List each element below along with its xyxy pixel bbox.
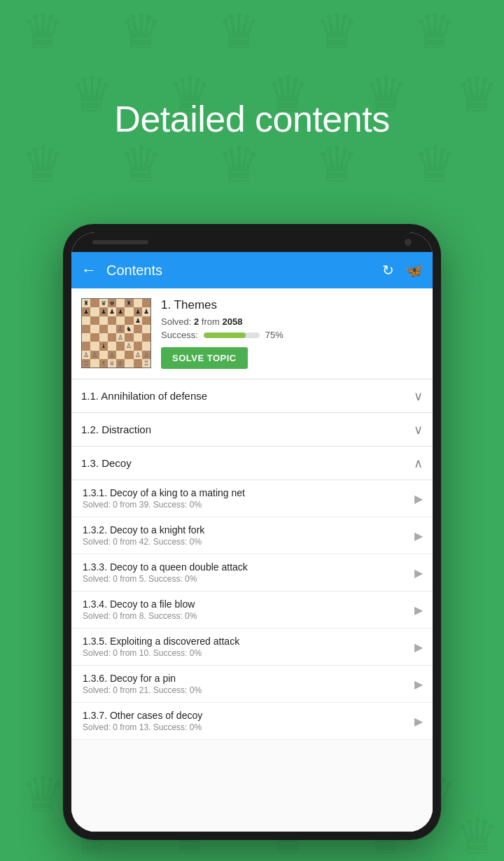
sub-item-content: 1.3.5. Exploiting a discovered attackSol… xyxy=(83,636,407,658)
crown-watermark: ♛ xyxy=(413,140,457,189)
list-item[interactable]: 1.3.5. Exploiting a discovered attackSol… xyxy=(71,629,433,666)
section-header-1.2[interactable]: 1.2. Distraction∨ xyxy=(71,413,433,447)
topic-info: 1. Themes Solved: 2 from 2058 Success: xyxy=(161,298,423,369)
crown-watermark: ♛ xyxy=(21,140,65,189)
list-item[interactable]: 1.3.4. Decoy to a file blowSolved: 0 fro… xyxy=(71,592,433,629)
content-area: ♜♛♚♜♟♟♟♟♟♟♟♙♞♙♝♙♙♙♙♙♙♖♗♕♔♖ 1. Themes Sol… xyxy=(71,288,433,832)
crown-watermark: ♛ xyxy=(413,7,457,56)
list-item[interactable]: 1.3.7. Other cases of decoySolved: 0 fro… xyxy=(71,703,433,740)
list-item[interactable]: 1.3.6. Decoy for a pinSolved: 0 from 21.… xyxy=(71,666,433,703)
sub-item-stats: Solved: 0 from 39. Success: 0% xyxy=(83,500,407,510)
list-item[interactable]: 1.3.2. Decoy to a knight forkSolved: 0 f… xyxy=(71,517,433,554)
sub-item-stats: Solved: 0 from 21. Success: 0% xyxy=(83,685,407,695)
sub-item-title: 1.3.2. Decoy to a knight fork xyxy=(83,524,407,536)
list-item[interactable]: 1.3.3. Decoy to a queen double attackSol… xyxy=(71,554,433,592)
crown-watermark: ♛ xyxy=(21,7,65,56)
play-arrow-icon: ▶ xyxy=(414,678,423,691)
phone-screen: ← Contents ↻ 🦋 ♜♛♚♜♟♟♟♟♟♟♟♙♞♙♝♙♙♙♙♙♙♖♗♕♔… xyxy=(71,232,433,832)
chevron-icon: ∧ xyxy=(414,456,423,471)
progress-bar xyxy=(204,332,260,338)
crown-watermark: ♛ xyxy=(119,140,163,189)
refresh-icon[interactable]: ↻ xyxy=(382,262,394,279)
sub-item-stats: Solved: 0 from 8. Success: 0% xyxy=(83,611,407,621)
sub-item-stats: Solved: 0 from 42. Success: 0% xyxy=(83,537,407,547)
sub-item-stats: Solved: 0 from 10. Success: 0% xyxy=(83,648,407,658)
sub-item-content: 1.3.7. Other cases of decoySolved: 0 fro… xyxy=(83,710,407,732)
butterfly-icon[interactable]: 🦋 xyxy=(405,262,423,279)
success-percent: 75% xyxy=(265,330,284,340)
crown-watermark: ♛ xyxy=(217,140,261,189)
phone-top-bar xyxy=(71,232,433,252)
camera-dot xyxy=(405,239,412,246)
sub-item-stats: Solved: 0 from 5. Success: 0% xyxy=(83,574,407,584)
back-button[interactable]: ← xyxy=(81,261,97,279)
play-arrow-icon: ▶ xyxy=(414,715,423,728)
app-bar-title: Contents xyxy=(106,262,372,279)
crown-watermark: ♛ xyxy=(315,140,359,189)
chess-board-thumbnail: ♜♛♚♜♟♟♟♟♟♟♟♙♞♙♝♙♙♙♙♙♙♖♗♕♔♖ xyxy=(81,298,151,368)
app-bar: ← Contents ↻ 🦋 xyxy=(71,252,433,288)
success-row: Success: 75% xyxy=(161,330,423,340)
section-title: 1.2. Distraction xyxy=(81,424,151,435)
sub-item-title: 1.3.7. Other cases of decoy xyxy=(83,710,407,721)
play-arrow-icon: ▶ xyxy=(414,603,423,617)
page-title: Detailed contents xyxy=(0,98,504,140)
progress-bar-fill xyxy=(204,332,246,338)
sub-item-content: 1.3.2. Decoy to a knight forkSolved: 0 f… xyxy=(83,524,407,547)
play-arrow-icon: ▶ xyxy=(414,566,423,580)
play-arrow-icon: ▶ xyxy=(414,640,423,654)
crown-watermark: ♛ xyxy=(315,7,359,56)
sub-item-stats: Solved: 0 from 13. Success: 0% xyxy=(83,722,407,732)
crown-watermark: ♛ xyxy=(21,770,65,819)
chevron-icon: ∨ xyxy=(414,422,423,438)
sub-item-title: 1.3.5. Exploiting a discovered attack xyxy=(83,636,407,647)
sub-item-title: 1.3.3. Decoy to a queen double attack xyxy=(83,561,407,573)
sub-item-content: 1.3.4. Decoy to a file blowSolved: 0 fro… xyxy=(83,598,407,621)
speaker-grille xyxy=(92,240,148,244)
play-arrow-icon: ▶ xyxy=(414,529,423,542)
section-header-1.3[interactable]: 1.3. Decoy∧ xyxy=(71,447,433,480)
topic-title: 1. Themes xyxy=(161,298,423,312)
phone-frame: ← Contents ↻ 🦋 ♜♛♚♜♟♟♟♟♟♟♟♙♞♙♝♙♙♙♙♙♙♖♗♕♔… xyxy=(63,224,441,840)
sub-item-content: 1.3.6. Decoy for a pinSolved: 0 from 21.… xyxy=(83,673,407,695)
section-title: 1.3. Decoy xyxy=(81,457,132,469)
solve-topic-button[interactable]: SOLVE TOPIC xyxy=(161,347,248,369)
crown-watermark: ♛ xyxy=(217,7,261,56)
sub-item-content: 1.3.3. Decoy to a queen double attackSol… xyxy=(83,561,407,584)
sub-item-title: 1.3.6. Decoy for a pin xyxy=(83,673,407,684)
crown-watermark: ♛ xyxy=(455,812,499,861)
crown-watermark: ♛ xyxy=(119,7,163,56)
play-arrow-icon: ▶ xyxy=(414,492,423,505)
chevron-icon: ∨ xyxy=(414,388,423,404)
topic-card: ♜♛♚♜♟♟♟♟♟♟♟♙♞♙♝♙♙♙♙♙♙♖♗♕♔♖ 1. Themes Sol… xyxy=(71,288,433,379)
topic-solved-count: Solved: 2 from 2058 xyxy=(161,316,423,327)
list-item[interactable]: 1.3.1. Decoy of a king to a mating netSo… xyxy=(71,480,433,517)
sub-item-content: 1.3.1. Decoy of a king to a mating netSo… xyxy=(83,487,407,510)
sub-item-title: 1.3.4. Decoy to a file blow xyxy=(83,598,407,610)
app-bar-icons: ↻ 🦋 xyxy=(382,262,423,279)
sections-list: 1.1. Annihilation of defense∨1.2. Distra… xyxy=(71,379,433,832)
section-title: 1.1. Annihilation of defense xyxy=(81,390,207,402)
section-header-1.1[interactable]: 1.1. Annihilation of defense∨ xyxy=(71,379,433,413)
sub-item-title: 1.3.1. Decoy of a king to a mating net xyxy=(83,487,407,498)
